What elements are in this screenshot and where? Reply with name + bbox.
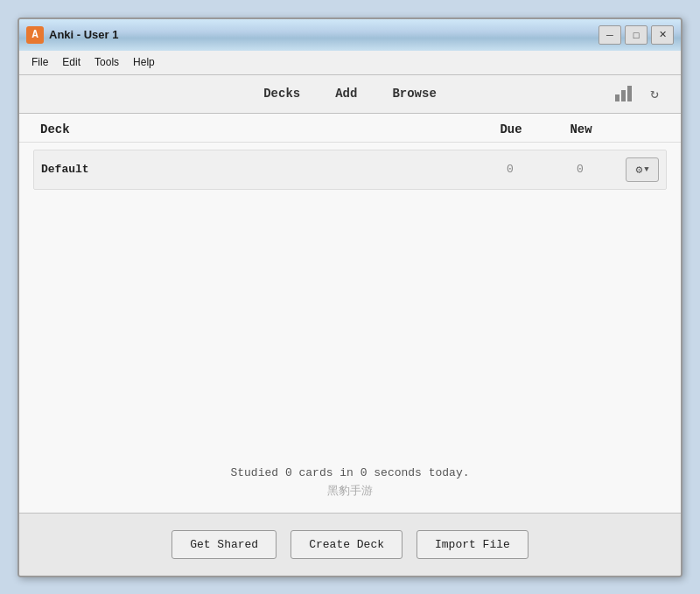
bottom-bar: Get Shared Create Deck Import File (19, 513, 681, 576)
nav-add[interactable]: Add (328, 83, 364, 104)
menu-tools[interactable]: Tools (88, 53, 126, 71)
menu-bar: File Edit Tools Help (19, 51, 681, 75)
status-text: Studied 0 cards in 0 seconds today. (40, 466, 660, 479)
gear-icon: ⚙ (635, 163, 642, 177)
bar1 (615, 94, 620, 101)
get-shared-button[interactable]: Get Shared (172, 530, 276, 559)
content-area: Deck Due New Default 0 0 ⚙ ▼ Studied 0 c… (19, 114, 681, 513)
col-due: Due (476, 122, 546, 136)
import-file-button[interactable]: Import File (416, 530, 528, 559)
window-controls: ─ □ ✕ (598, 25, 674, 45)
menu-edit[interactable]: Edit (55, 53, 88, 71)
bar2 (621, 90, 626, 101)
stats-button[interactable] (611, 81, 635, 106)
main-window: A Anki - User 1 ─ □ ✕ File Edit Tools He… (18, 17, 682, 577)
menu-file[interactable]: File (24, 53, 55, 71)
status-area: Studied 0 cards in 0 seconds today. 黑豹手游 (19, 452, 681, 513)
deck-list-header: Deck Due New (19, 114, 681, 143)
watermark-text: 黑豹手游 (40, 483, 660, 499)
col-new: New (546, 122, 616, 136)
chevron-down-icon: ▼ (644, 165, 648, 174)
deck-action: ⚙ ▼ (615, 157, 659, 182)
sync-button[interactable]: ↻ (642, 81, 667, 106)
bar3 (627, 86, 632, 101)
close-button[interactable]: ✕ (651, 25, 674, 45)
deck-new: 0 (545, 163, 615, 176)
toolbar-right: ↻ (611, 81, 667, 106)
deck-name: Default (41, 163, 475, 176)
stats-icon (615, 86, 632, 101)
title-bar: A Anki - User 1 ─ □ ✕ (19, 19, 681, 51)
deck-due: 0 (475, 163, 545, 176)
create-deck-button[interactable]: Create Deck (290, 530, 402, 559)
col-deck: Deck (40, 122, 476, 136)
toolbar: Decks Add Browse ↻ (19, 75, 681, 114)
toolbar-nav: Decks Add Browse (256, 83, 444, 104)
restore-button[interactable]: □ (625, 25, 648, 45)
deck-list: Default 0 0 ⚙ ▼ (19, 143, 681, 452)
window-title: Anki - User 1 (49, 28, 118, 41)
table-row[interactable]: Default 0 0 ⚙ ▼ (33, 150, 667, 190)
app-icon: A (26, 26, 44, 44)
nav-decks[interactable]: Decks (256, 83, 307, 104)
nav-browse[interactable]: Browse (385, 83, 443, 104)
app-icon-label: A (32, 29, 38, 41)
menu-help[interactable]: Help (126, 53, 162, 71)
minimize-button[interactable]: ─ (598, 25, 621, 45)
deck-options-button[interactable]: ⚙ ▼ (626, 157, 659, 182)
